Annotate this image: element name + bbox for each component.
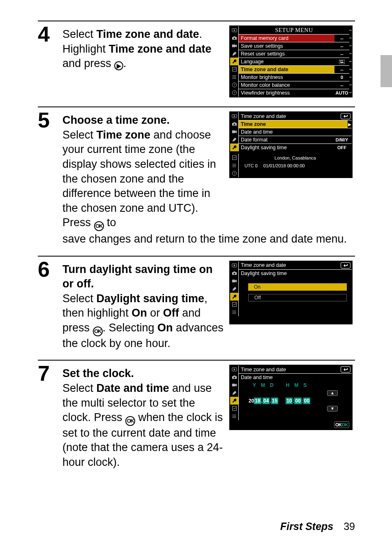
sidebar-play-icon[interactable] bbox=[230, 112, 238, 120]
step-7-title: Set the clock. bbox=[62, 366, 224, 381]
tz-item-time-zone[interactable]: Time zone bbox=[238, 120, 348, 128]
menu-item-monitor-color-balance[interactable]: Monitor color balance bbox=[238, 81, 334, 89]
step-4-text: Highlight Time zone and date and press ▶… bbox=[62, 42, 224, 71]
step-4-lcd-wrap: SETUP MENU Format memory card -- Save us… bbox=[229, 25, 355, 97]
sidebar-retouch-icon[interactable] bbox=[230, 405, 238, 412]
s6-on: On bbox=[131, 307, 147, 319]
back-icon[interactable]: ↩ bbox=[341, 113, 350, 119]
sidebar-movie-icon[interactable] bbox=[230, 42, 238, 50]
tz-item-value: D/M/Y bbox=[332, 136, 352, 143]
sidebar-camera-icon[interactable] bbox=[230, 373, 238, 381]
sidebar-wrench-icon[interactable] bbox=[230, 58, 238, 65]
back-icon[interactable]: ↩ bbox=[341, 366, 350, 373]
sidebar-retouch-icon[interactable] bbox=[230, 154, 238, 162]
menu-scrollbar[interactable] bbox=[349, 69, 352, 69]
sidebar-retouch-icon[interactable] bbox=[230, 301, 238, 308]
sidebar-list-icon[interactable] bbox=[230, 412, 238, 420]
svg-marker-45 bbox=[232, 391, 236, 395]
sidebar-movie-icon[interactable] bbox=[230, 277, 238, 285]
s6-or: or bbox=[147, 307, 163, 319]
dt-year[interactable]: 18 bbox=[254, 398, 261, 404]
multi-selector-right-icon: ▶ bbox=[114, 61, 123, 70]
dt-down-arrow-icon[interactable]: ▼ bbox=[327, 406, 338, 412]
dst-option-off[interactable]: Off bbox=[248, 294, 347, 301]
tz-item-date-format[interactable]: Date format bbox=[238, 136, 332, 143]
menu-scrollbar[interactable] bbox=[349, 61, 352, 62]
sidebar-wrench-icon[interactable] bbox=[230, 143, 238, 151]
sidebar-list-icon[interactable] bbox=[230, 308, 238, 316]
sidebar-pencil-icon[interactable] bbox=[230, 285, 238, 293]
step-6-title-text: Turn daylight saving time on or off. bbox=[62, 263, 213, 290]
menu-item-value: -- bbox=[334, 81, 349, 89]
sidebar-wrench-icon[interactable] bbox=[230, 397, 238, 405]
tz-item-date-and-time[interactable]: Date and time bbox=[238, 128, 352, 136]
menu-item-save-user-settings[interactable]: Save user settings bbox=[238, 42, 334, 50]
dt-min[interactable]: 00 bbox=[294, 398, 301, 404]
dt-hdr-m4: M bbox=[294, 382, 298, 388]
tz-item-value: OFF bbox=[332, 143, 352, 151]
page-footer: First Steps 39 bbox=[280, 521, 355, 532]
dt-hdr-y0: Y bbox=[253, 382, 256, 388]
tz-empty bbox=[238, 169, 352, 177]
dt-sec[interactable]: 00 bbox=[303, 398, 310, 404]
menu-item-monitor-brightness[interactable]: Monitor brightness bbox=[238, 73, 334, 81]
sidebar-camera-icon[interactable] bbox=[230, 34, 238, 42]
step-5-lcd-wrap: Time zone and date ↩ Time zone ▶ Date an… bbox=[229, 111, 355, 178]
sidebar-movie-icon[interactable] bbox=[230, 381, 238, 389]
step-5: 5 Choose a time zone. Select Time zone a… bbox=[38, 106, 355, 231]
menu-scrollbar[interactable] bbox=[349, 93, 352, 93]
menu-scrollbar[interactable] bbox=[349, 85, 352, 85]
dt-ok-button[interactable]: OKOK bbox=[334, 421, 349, 428]
sidebar-pencil-icon[interactable] bbox=[230, 50, 238, 58]
sidebar-camera-icon[interactable] bbox=[230, 120, 238, 128]
step-5-title-text: Choose a time zone. bbox=[62, 114, 170, 126]
sidebar-list-icon[interactable] bbox=[230, 162, 238, 169]
s5-a: Select bbox=[62, 129, 97, 141]
menu-scrollbar[interactable] bbox=[349, 53, 352, 54]
menu-item-reset-user-settings[interactable]: Reset user settings bbox=[238, 50, 334, 58]
sidebar-help-icon[interactable]: ? bbox=[230, 169, 238, 177]
dt-month[interactable]: 04 bbox=[263, 398, 270, 404]
back-icon[interactable]: ↩ bbox=[341, 262, 350, 268]
dt-y-pre: 20 bbox=[249, 398, 254, 404]
step-6-lcd-wrap: Time zone and date ↩ Daylight saving tim… bbox=[229, 260, 355, 324]
sidebar-play-icon[interactable] bbox=[230, 261, 238, 269]
menu-scrollbar[interactable] bbox=[349, 30, 352, 30]
menu-scrollbar[interactable] bbox=[349, 38, 352, 38]
menu-item-time-zone-and-date[interactable]: Time zone and date bbox=[238, 65, 334, 73]
dst-option-on[interactable]: On bbox=[248, 283, 347, 291]
sidebar-list-icon[interactable] bbox=[230, 73, 238, 81]
menu-scrollbar[interactable] bbox=[349, 77, 352, 77]
s5-c: and choose your current time zone (the d… bbox=[62, 129, 216, 229]
sidebar-help-icon[interactable]: ? bbox=[230, 89, 238, 97]
dt-day[interactable]: 15 bbox=[271, 398, 278, 404]
sidebar-help-icon[interactable]: ? bbox=[230, 81, 238, 89]
dt-up-row: ▲ bbox=[238, 389, 352, 397]
menu-item-viewfinder-brightness[interactable]: Viewfinder brightness bbox=[238, 89, 334, 97]
tz-item-daylight-saving-time[interactable]: Daylight saving time bbox=[238, 143, 332, 151]
svg-marker-39 bbox=[233, 368, 235, 370]
svg-rect-34 bbox=[232, 280, 235, 282]
sidebar-camera-icon[interactable] bbox=[230, 269, 238, 277]
svg-rect-11 bbox=[342, 60, 343, 61]
sidebar-pencil-icon[interactable] bbox=[230, 136, 238, 143]
menu-item-format-memory-card[interactable]: Format memory card bbox=[238, 34, 334, 42]
tz-city: London, Casablanca bbox=[238, 154, 352, 162]
menu-item-language[interactable]: Language bbox=[238, 58, 334, 65]
sidebar-play-icon[interactable] bbox=[230, 26, 238, 34]
sidebar-pencil-icon[interactable] bbox=[230, 389, 238, 397]
svg-marker-25 bbox=[232, 138, 236, 142]
sidebar-retouch-icon[interactable] bbox=[230, 65, 238, 73]
step-4-title-post: . bbox=[199, 28, 203, 40]
sidebar-play-icon[interactable] bbox=[230, 366, 238, 373]
svg-rect-10 bbox=[341, 60, 342, 61]
dt-up-arrow-icon[interactable]: ▲ bbox=[327, 390, 338, 396]
sidebar-wrench-icon[interactable] bbox=[230, 293, 238, 301]
menu-scrollbar[interactable] bbox=[349, 46, 352, 46]
svg-point-33 bbox=[233, 273, 235, 274]
dt-ok1: OK bbox=[335, 422, 342, 427]
dt-hour[interactable]: 10 bbox=[286, 398, 293, 404]
sidebar-movie-icon[interactable] bbox=[230, 128, 238, 136]
step-5-title: Choose a time zone. bbox=[62, 113, 224, 128]
svg-rect-8 bbox=[339, 60, 345, 64]
